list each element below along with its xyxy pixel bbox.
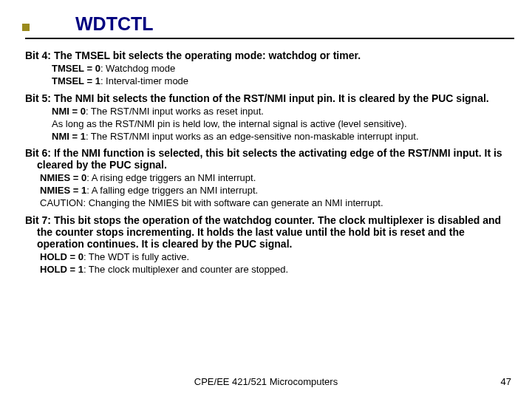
bit7-l2-text: : The clock multiplexer and counter are … [83,264,288,275]
bit7-line2: HOLD = 1: The clock multiplexer and coun… [40,264,514,276]
bit4-line1: TMSEL = 0: Watchdog mode [52,63,514,75]
bit4-heading: Bit 4: The TMSEL bit selects the operati… [25,50,514,61]
bit6-heading: Bit 6: If the NMI function is selected, … [25,147,514,171]
bit6-section: Bit 6: If the NMI function is selected, … [25,147,514,210]
bit5-line2: As long as the RST/NMI pin is held low, … [52,118,514,131]
footer-course: CPE/EE 421/521 Microcomputers [0,376,532,387]
bit6-l2-key: NMIES = 1 [40,185,86,196]
title-block: WDTCTL [25,13,514,39]
bit6-line2: NMIES = 1: A falling edge triggers an NM… [40,185,514,197]
bit5-l3-key: NMI = 1 [52,131,86,142]
bit4-line2: TMSEL = 1: Interval-timer mode [52,75,514,88]
bit5-l3-text: : The RST/NMI input works as an edge-sen… [86,131,419,142]
bit7-l1-key: HOLD = 0 [40,251,83,262]
bit4-l2-text: : Interval-timer mode [100,75,188,86]
bit5-line1: NMI = 0: The RST/NMI input works as rese… [52,106,514,118]
bit5-heading: Bit 5: The NMI bit selects the function … [25,92,514,104]
bit4-section: Bit 4: The TMSEL bit selects the operati… [25,50,514,88]
slide-title: WDTCTL [25,13,514,39]
bit5-l1-key: NMI = 0 [52,106,86,117]
bit6-line3: CAUTION: Changing the NMIES bit with sof… [40,197,514,210]
bit4-l2-key: TMSEL = 1 [52,75,100,86]
footer-page-number: 47 [501,376,511,387]
bit5-section: Bit 5: The NMI bit selects the function … [25,92,514,143]
bit6-line1: NMIES = 0: A rising edge triggers an NMI… [40,172,514,185]
bit7-l1-text: : The WDT is fully active. [83,251,189,262]
bit7-section: Bit 7: This bit stops the operation of t… [25,214,514,276]
bit5-line3: NMI = 1: The RST/NMI input works as an e… [52,131,514,143]
bit6-l1-text: : A rising edge triggers an NMI interrup… [86,172,256,183]
bit6-l1-key: NMIES = 0 [40,172,86,183]
bit7-line1: HOLD = 0: The WDT is fully active. [40,251,514,264]
bit7-heading: Bit 7: This bit stops the operation of t… [25,214,514,250]
bit7-l2-key: HOLD = 1 [40,264,83,275]
bit6-l2-text: : A falling edge triggers an NMI interru… [86,185,258,196]
bit5-l1-text: : The RST/NMI input works as reset input… [86,106,264,117]
bit4-l1-key: TMSEL = 0 [52,63,100,74]
title-bullet-icon [22,24,30,31]
bit4-l1-text: : Watchdog mode [100,63,175,74]
